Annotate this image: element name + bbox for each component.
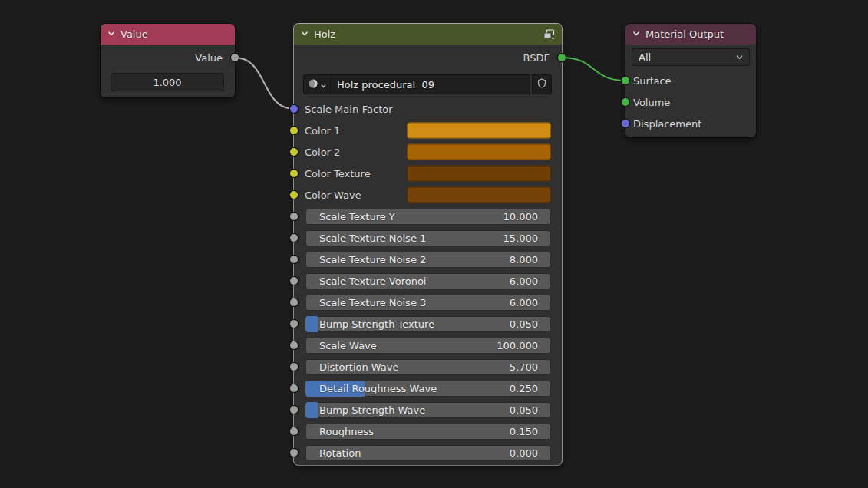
scale-main-factor-label: Scale Main-Factor: [305, 104, 393, 115]
datablock-selector[interactable]: Holz procedural 09: [303, 74, 530, 94]
slider-label: Bump Strength Wave: [305, 404, 510, 416]
value-input-socket[interactable]: [290, 256, 298, 263]
bsdf-output-socket[interactable]: [558, 54, 566, 61]
slider-row-scale-texture-voronoi: Scale Texture Voronoi 6.000: [294, 270, 562, 292]
material-output-header[interactable]: Material Output: [625, 24, 756, 45]
slider-label: Scale Texture Y: [305, 211, 503, 223]
slider-value: 8.000: [510, 254, 551, 265]
holz-node-header[interactable]: Holz: [294, 24, 562, 45]
value-input-socket[interactable]: [290, 406, 298, 414]
bsdf-output-label: BSDF: [523, 52, 550, 64]
value-input-socket[interactable]: [290, 320, 298, 328]
color-input-socket[interactable]: [290, 148, 298, 156]
slider-label: Scale Texture Voronoi: [305, 275, 510, 287]
shader-input-label: Displacement: [633, 118, 701, 130]
value-input-socket[interactable]: [290, 277, 298, 285]
number-slider[interactable]: Scale Texture Voronoi 6.000: [305, 273, 551, 289]
number-slider[interactable]: Scale Texture Noise 2 8.000: [305, 252, 551, 268]
color-input-socket[interactable]: [290, 170, 298, 177]
color-input-row-color-2: Color 2: [294, 141, 562, 163]
slider-value: 0.250: [510, 383, 551, 394]
slider-value: 0.050: [510, 318, 551, 330]
chevron-down-icon: [321, 79, 326, 91]
slider-value: 6.000: [510, 275, 551, 287]
number-slider[interactable]: Scale Texture Y 10.000: [305, 209, 551, 225]
slider-label: Scale Texture Noise 1: [305, 232, 503, 244]
value-input-socket[interactable]: [290, 234, 298, 242]
slider-label: Scale Texture Noise 2: [305, 254, 510, 265]
chevron-down-icon: [736, 54, 743, 60]
slider-label: Distortion Wave: [305, 361, 510, 373]
number-slider[interactable]: Distortion Wave 5.700: [305, 359, 551, 375]
collapse-chevron-icon[interactable]: [632, 28, 640, 40]
shader-input-socket[interactable]: [622, 120, 629, 127]
value-input-socket[interactable]: [290, 427, 298, 435]
color-swatch-color-1[interactable]: [407, 123, 551, 139]
collapse-chevron-icon[interactable]: [301, 28, 309, 40]
value-input-socket[interactable]: [290, 298, 298, 306]
node-editor-canvas[interactable]: Value Value 1.000 Holz BSDF: [0, 0, 868, 488]
value-output-label: Value: [195, 52, 223, 64]
number-slider[interactable]: Scale Texture Noise 1 15.000: [305, 230, 551, 246]
color-swatch-color-texture[interactable]: [407, 166, 551, 182]
datablock-row: Holz procedural 09: [294, 71, 562, 98]
datablock-name: Holz procedural 09: [334, 79, 434, 91]
color-input-row-color-wave: Color Wave: [294, 184, 562, 206]
value-node[interactable]: Value Value 1.000: [101, 24, 235, 97]
number-slider[interactable]: Detail Roughness Wave 0.250: [305, 381, 551, 397]
slider-label: Bump Strength Texture: [305, 318, 510, 330]
slider-row-scale-texture-y: Scale Texture Y 10.000: [294, 206, 562, 227]
number-slider[interactable]: Roughness 0.150: [305, 424, 551, 440]
color-swatch-color-2[interactable]: [407, 144, 551, 160]
output-target-dropdown[interactable]: All: [632, 48, 750, 66]
number-slider[interactable]: Rotation 0.000: [305, 445, 551, 461]
value-input-socket[interactable]: [290, 449, 298, 457]
color-input-label: Color Texture: [305, 168, 371, 180]
slider-value: 0.000: [510, 447, 551, 459]
datablock-icon-segment[interactable]: [308, 74, 331, 94]
slider-value: 0.150: [510, 426, 551, 437]
color-input-socket[interactable]: [290, 191, 298, 199]
value-input-socket[interactable]: [290, 384, 298, 392]
slider-row-detail-roughness-wave: Detail Roughness Wave 0.250: [294, 378, 562, 399]
value-input-socket[interactable]: [290, 213, 298, 220]
slider-row-bump-strength-wave: Bump Strength Wave 0.050: [294, 399, 562, 420]
holz-group-node[interactable]: Holz BSDF: [294, 24, 562, 465]
scale-main-factor-socket[interactable]: [290, 105, 298, 113]
material-output-title: Material Output: [645, 28, 724, 40]
output-target-value: All: [639, 51, 651, 63]
slider-value: 10.000: [503, 211, 552, 223]
value-input-socket[interactable]: [290, 341, 298, 349]
value-output-socket[interactable]: [231, 54, 239, 61]
number-slider[interactable]: Scale Texture Noise 3 6.000: [305, 295, 551, 311]
slider-label: Scale Wave: [305, 340, 497, 351]
slider-row-bump-strength-texture: Bump Strength Texture 0.050: [294, 313, 562, 335]
fake-user-button[interactable]: [532, 74, 552, 94]
slider-value: 100.000: [497, 340, 551, 351]
slider-row-scale-wave: Scale Wave 100.000: [294, 335, 562, 356]
value-input-socket[interactable]: [290, 363, 298, 371]
material-output-node[interactable]: Material Output All Surface Volume Displ…: [625, 24, 756, 137]
wire-bsdf-to-surface[interactable]: [562, 58, 625, 81]
slider-row-scale-texture-noise-3: Scale Texture Noise 3 6.000: [294, 292, 562, 313]
color-swatch-color-wave[interactable]: [407, 187, 551, 203]
shader-input-socket[interactable]: [622, 98, 629, 106]
slider-value: 6.000: [510, 297, 551, 308]
value-node-header[interactable]: Value: [101, 24, 235, 45]
number-slider[interactable]: Bump Strength Wave 0.050: [305, 402, 551, 418]
value-number-field[interactable]: 1.000: [111, 73, 224, 91]
slider-label: Detail Roughness Wave: [305, 383, 510, 394]
slider-row-roughness: Roughness 0.150: [294, 420, 562, 442]
slider-label: Scale Texture Noise 3: [305, 297, 510, 308]
value-node-title: Value: [120, 28, 148, 40]
collapse-chevron-icon[interactable]: [107, 28, 115, 40]
number-slider[interactable]: Scale Wave 100.000: [305, 338, 551, 354]
color-input-row-color-1: Color 1: [294, 120, 562, 141]
number-slider[interactable]: Bump Strength Texture 0.050: [305, 316, 551, 332]
shader-input-socket[interactable]: [622, 77, 629, 84]
slider-row-rotation: Rotation 0.000: [294, 442, 562, 463]
wire-value-to-scale-main-factor[interactable]: [235, 58, 294, 109]
color-input-label: Color 2: [305, 147, 340, 158]
shader-input-label: Volume: [633, 97, 670, 108]
color-input-socket[interactable]: [290, 127, 298, 134]
